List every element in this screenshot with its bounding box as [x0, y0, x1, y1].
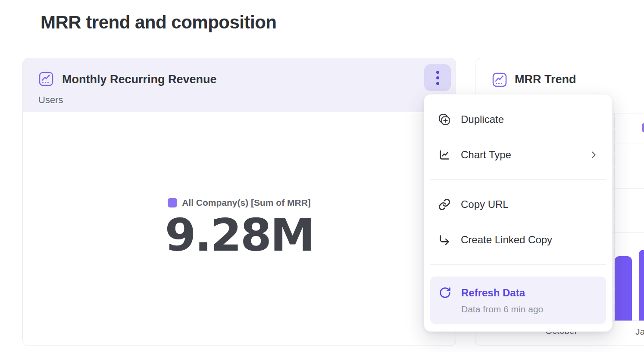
menu-item-label: Duplicate	[461, 113, 504, 126]
chart-widget-icon	[38, 71, 54, 87]
duplicate-icon	[438, 113, 451, 126]
menu-item-refresh-data[interactable]: Refresh Data Data from 6 min ago	[430, 277, 606, 324]
card-options-button[interactable]	[424, 64, 451, 91]
kpi-legend-label: All Company(s) [Sum of MRR]	[182, 198, 311, 208]
menu-item-duplicate[interactable]: Duplicate	[430, 107, 606, 132]
corner-down-right-icon	[438, 233, 451, 246]
trend-card-title: MRR Trend	[515, 73, 576, 86]
chart-widget-icon	[492, 72, 507, 88]
kpi-body: All Company(s) [Sum of MRR] 9.28M	[23, 113, 456, 346]
menu-item-copy-url[interactable]: Copy URL	[430, 192, 606, 217]
menu-item-create-linked-copy[interactable]: Create Linked Copy	[430, 227, 606, 253]
menu-item-chart-type[interactable]: Chart Type	[430, 142, 606, 168]
menu-divider	[430, 179, 606, 180]
mrr-card-header: Monthly Recurring Revenue Users	[23, 58, 456, 112]
mrr-card-subtitle: Users	[38, 94, 63, 106]
mrr-card-title: Monthly Recurring Revenue	[62, 73, 217, 86]
kpi-legend: All Company(s) [Sum of MRR]	[168, 198, 311, 208]
kpi-value: 9.28M	[165, 210, 313, 261]
bar[interactable]	[615, 256, 632, 321]
legend-swatch-icon	[168, 198, 177, 207]
menu-item-label: Chart Type	[461, 149, 511, 161]
mrr-card: Monthly Recurring Revenue Users All Comp…	[22, 58, 456, 346]
menu-divider	[430, 264, 606, 265]
chart-line-icon	[438, 148, 451, 161]
menu-item-label: Create Linked Copy	[461, 234, 552, 246]
refresh-data-label: Refresh Data	[461, 287, 597, 299]
chevron-right-icon	[589, 150, 598, 160]
kebab-menu-icon	[436, 71, 439, 74]
refresh-icon	[439, 286, 451, 299]
link-icon	[438, 198, 451, 211]
x-axis-label: Ja	[635, 327, 644, 337]
page-title: MRR trend and composition	[41, 12, 277, 33]
menu-item-label: Copy URL	[461, 198, 509, 211]
bar[interactable]	[639, 250, 644, 321]
refresh-data-status: Data from 6 min ago	[461, 304, 597, 314]
card-options-menu: Duplicate Chart Type Copy URL	[424, 94, 613, 332]
